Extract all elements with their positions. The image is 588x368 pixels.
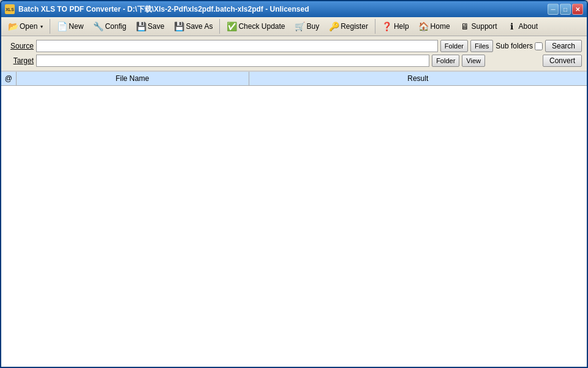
open-dropdown-arrow[interactable]: ▾ bbox=[40, 24, 43, 29]
col-result-header: Result bbox=[249, 72, 587, 86]
source-label: Source bbox=[6, 42, 34, 50]
col-filename-header: File Name bbox=[16, 72, 249, 86]
open-button[interactable]: 📂 Open ▾ bbox=[4, 19, 47, 34]
checkupdate-icon: ✅ bbox=[227, 21, 236, 31]
saveas-button[interactable]: 💾 Save As bbox=[170, 19, 217, 34]
maximize-button[interactable]: □ bbox=[560, 4, 571, 15]
window-controls: ─ □ ✕ bbox=[548, 4, 583, 15]
help-icon: ❓ bbox=[382, 21, 392, 31]
title-bar-left: XLS Batch XLS TO PDF Converter - D:\下载\X… bbox=[5, 4, 309, 15]
saveas-icon: 💾 bbox=[174, 21, 184, 31]
app-icon: XLS bbox=[5, 4, 15, 14]
about-icon: ℹ bbox=[507, 21, 517, 31]
search-button[interactable]: Search bbox=[545, 40, 582, 52]
divider-3 bbox=[375, 19, 375, 34]
subfolders-label: Sub folders bbox=[496, 42, 543, 50]
minimize-button[interactable]: ─ bbox=[548, 4, 559, 15]
home-icon: 🏠 bbox=[419, 21, 429, 31]
content-area: Source Folder Files Sub folders Search T… bbox=[1, 36, 587, 367]
target-folder-button[interactable]: Folder bbox=[432, 55, 459, 67]
target-label: Target bbox=[6, 56, 34, 65]
buy-button[interactable]: 🛒 Buy bbox=[291, 19, 324, 34]
target-view-button[interactable]: View bbox=[462, 55, 485, 67]
buy-icon: 🛒 bbox=[295, 21, 305, 31]
support-icon: 🖥 bbox=[460, 21, 470, 31]
subfolders-checkbox[interactable] bbox=[535, 42, 543, 50]
source-row: Source Folder Files Sub folders Search bbox=[6, 40, 582, 52]
fields-area: Source Folder Files Sub folders Search T… bbox=[1, 36, 587, 71]
toolbar: 📂 Open ▾ 📄 New 🔧 Config 💾 Save 💾 Save As… bbox=[1, 17, 587, 36]
target-row: Target Folder View Convert bbox=[6, 55, 582, 67]
about-button[interactable]: ℹ About bbox=[503, 19, 542, 34]
close-button[interactable]: ✕ bbox=[572, 4, 583, 15]
support-button[interactable]: 🖥 Support bbox=[456, 19, 502, 34]
source-files-button[interactable]: Files bbox=[470, 40, 493, 52]
help-button[interactable]: ❓ Help bbox=[378, 19, 413, 34]
convert-button[interactable]: Convert bbox=[543, 55, 582, 67]
new-icon: 📄 bbox=[57, 21, 67, 31]
col-at-header: @ bbox=[1, 72, 16, 86]
file-table: @ File Name Result bbox=[1, 71, 587, 367]
open-icon: 📂 bbox=[8, 21, 18, 31]
home-button[interactable]: 🏠 Home bbox=[415, 19, 454, 34]
source-folder-button[interactable]: Folder bbox=[440, 40, 468, 52]
save-button[interactable]: 💾 Save bbox=[132, 19, 168, 34]
config-icon: 🔧 bbox=[93, 21, 103, 31]
table-header-row: @ File Name Result bbox=[1, 72, 587, 86]
divider-1 bbox=[50, 19, 50, 34]
source-input[interactable] bbox=[36, 40, 438, 52]
target-input[interactable] bbox=[36, 55, 429, 67]
checkupdate-button[interactable]: ✅ Check Update bbox=[222, 19, 289, 34]
new-button[interactable]: 📄 New bbox=[53, 19, 88, 34]
register-icon: 🔑 bbox=[329, 21, 339, 31]
divider-2 bbox=[219, 19, 220, 34]
register-button[interactable]: 🔑 Register bbox=[325, 19, 372, 34]
config-button[interactable]: 🔧 Config bbox=[89, 19, 130, 34]
window-title: Batch XLS TO PDF Converter - D:\下载\Xls-2… bbox=[18, 4, 309, 15]
title-bar: XLS Batch XLS TO PDF Converter - D:\下载\X… bbox=[1, 1, 587, 17]
save-icon: 💾 bbox=[136, 21, 146, 31]
main-window: XLS Batch XLS TO PDF Converter - D:\下载\X… bbox=[0, 0, 588, 368]
